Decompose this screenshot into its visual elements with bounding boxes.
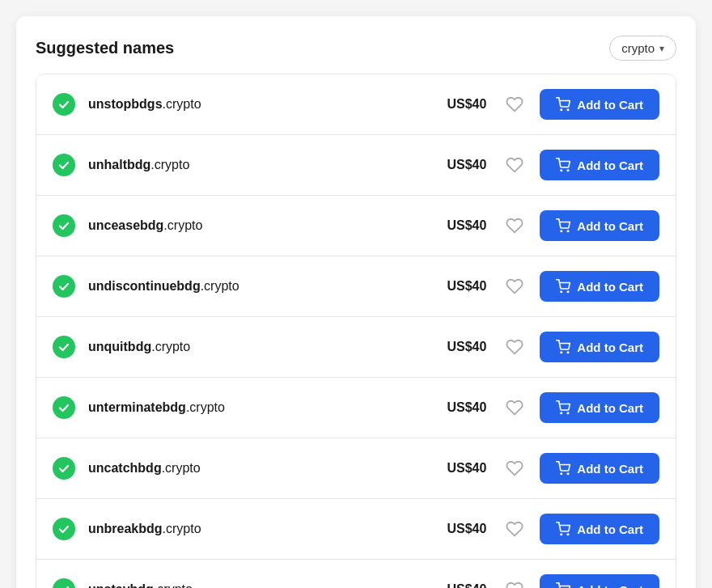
svg-point-7	[568, 291, 570, 293]
wishlist-button[interactable]	[502, 92, 527, 116]
svg-point-3	[568, 170, 570, 171]
domain-name: unbreakbdg.crypto	[88, 522, 438, 536]
available-check-icon	[53, 154, 75, 176]
panel-title: Suggested names	[36, 39, 174, 57]
domain-bold-part: uncatchbdg	[88, 461, 162, 475]
add-to-cart-label: Add to Cart	[577, 219, 643, 233]
domain-name: unceasebdg.crypto	[88, 218, 438, 233]
domain-row: unceasebdg.crypto US$40 Add to Cart	[36, 196, 676, 256]
domain-price: US$40	[438, 97, 486, 112]
svg-point-5	[568, 231, 570, 232]
domain-name: undiscontinuebdg.crypto	[88, 279, 438, 294]
domain-row: unterminatebdg.crypto US$40 Add to Cart	[36, 378, 676, 438]
add-to-cart-button[interactable]: Add to Cart	[540, 271, 659, 302]
domain-bold-part: unstaybdg	[88, 582, 154, 588]
domain-tld: .crypto	[201, 279, 239, 293]
chevron-down-icon: ▾	[659, 43, 664, 54]
domain-bold-part: unstopbdgs	[88, 97, 163, 111]
domain-price: US$40	[438, 400, 486, 415]
wishlist-button[interactable]	[502, 335, 527, 359]
available-check-icon	[53, 93, 75, 116]
domain-bold-part: unceasebdg	[88, 218, 163, 232]
svg-point-6	[561, 291, 562, 293]
domain-tld: .crypto	[163, 97, 201, 111]
available-check-icon	[53, 214, 75, 237]
svg-point-1	[568, 109, 570, 111]
add-to-cart-button[interactable]: Add to Cart	[540, 89, 659, 120]
add-to-cart-button[interactable]: Add to Cart	[540, 453, 659, 484]
domain-name: uncatchbdg.crypto	[88, 461, 438, 476]
domain-name: unterminatebdg.crypto	[88, 400, 438, 415]
domain-price: US$40	[438, 582, 486, 588]
add-to-cart-label: Add to Cart	[577, 159, 643, 172]
filter-badge-button[interactable]: crypto ▾	[609, 36, 676, 61]
domain-tld: .crypto	[162, 461, 201, 475]
domain-row: unbreakbdg.crypto US$40 Add to Cart	[36, 499, 676, 560]
domain-row: unstaybdg.crypto US$40 Add to Cart	[36, 560, 676, 588]
domain-name: unstopbdgs.crypto	[88, 97, 438, 112]
domain-row: unquitbdg.crypto US$40 Add to Cart	[36, 317, 676, 378]
domain-row: uncatchbdg.crypto US$40 Add to Cart	[36, 438, 676, 499]
wishlist-button[interactable]	[502, 456, 527, 480]
domain-tld: .crypto	[163, 218, 202, 232]
wishlist-button[interactable]	[502, 396, 527, 420]
domain-bold-part: unbreakbdg	[88, 522, 163, 535]
wishlist-button[interactable]	[502, 274, 527, 298]
add-to-cart-label: Add to Cart	[577, 280, 643, 294]
domain-bold-part: unquitbdg	[88, 340, 151, 353]
filter-label: crypto	[621, 41, 655, 55]
add-to-cart-label: Add to Cart	[577, 401, 643, 415]
available-check-icon	[53, 275, 75, 298]
domain-price: US$40	[438, 340, 486, 354]
panel-header: Suggested names crypto ▾	[36, 36, 676, 61]
domain-tld: .crypto	[186, 400, 225, 414]
add-to-cart-button[interactable]: Add to Cart	[540, 392, 659, 423]
add-to-cart-label: Add to Cart	[577, 98, 643, 112]
add-to-cart-label: Add to Cart	[577, 522, 643, 536]
svg-point-10	[561, 412, 562, 414]
domain-price: US$40	[438, 461, 486, 476]
svg-point-14	[561, 534, 562, 535]
wishlist-button[interactable]	[502, 577, 527, 588]
domain-row: undiscontinuebdg.crypto US$40 Add to Car…	[36, 256, 676, 317]
wishlist-button[interactable]	[502, 153, 527, 177]
domain-row: unstopbdgs.crypto US$40 Add to Cart	[36, 74, 676, 135]
domain-bold-part: undiscontinuebdg	[88, 279, 201, 293]
svg-point-8	[561, 352, 562, 353]
svg-point-13	[568, 473, 570, 475]
add-to-cart-label: Add to Cart	[577, 341, 643, 354]
add-to-cart-button[interactable]: Add to Cart	[540, 150, 659, 180]
add-to-cart-label: Add to Cart	[577, 583, 643, 589]
domain-name: unstaybdg.crypto	[88, 582, 438, 588]
available-check-icon	[53, 457, 75, 480]
domain-bold-part: unterminatebdg	[88, 400, 186, 414]
domain-row: unhaltbdg.crypto US$40 Add to Cart	[36, 135, 676, 196]
svg-point-12	[561, 473, 562, 475]
svg-point-9	[568, 352, 570, 353]
wishlist-button[interactable]	[502, 517, 527, 541]
domain-name: unquitbdg.crypto	[88, 340, 438, 354]
domain-tld: .crypto	[151, 340, 190, 353]
suggested-names-panel: Suggested names crypto ▾ unstopbdgs.cryp…	[16, 16, 696, 588]
domain-name: unhaltbdg.crypto	[88, 158, 438, 172]
domain-tld: .crypto	[154, 582, 193, 588]
domain-price: US$40	[438, 279, 486, 294]
add-to-cart-button[interactable]: Add to Cart	[540, 210, 659, 241]
svg-point-15	[568, 534, 570, 535]
domain-list: unstopbdgs.crypto US$40 Add to Cart unha…	[36, 74, 676, 588]
svg-point-0	[561, 109, 562, 111]
available-check-icon	[53, 336, 75, 358]
add-to-cart-label: Add to Cart	[577, 462, 643, 476]
svg-point-11	[568, 412, 570, 414]
available-check-icon	[53, 578, 75, 588]
domain-tld: .crypto	[163, 522, 201, 535]
add-to-cart-button[interactable]: Add to Cart	[540, 332, 659, 362]
add-to-cart-button[interactable]: Add to Cart	[540, 514, 659, 544]
available-check-icon	[53, 518, 75, 540]
wishlist-button[interactable]	[502, 214, 527, 238]
domain-bold-part: unhaltbdg	[88, 158, 150, 171]
add-to-cart-button[interactable]: Add to Cart	[540, 574, 659, 588]
available-check-icon	[53, 396, 75, 419]
svg-point-4	[561, 231, 562, 232]
domain-price: US$40	[438, 522, 486, 536]
